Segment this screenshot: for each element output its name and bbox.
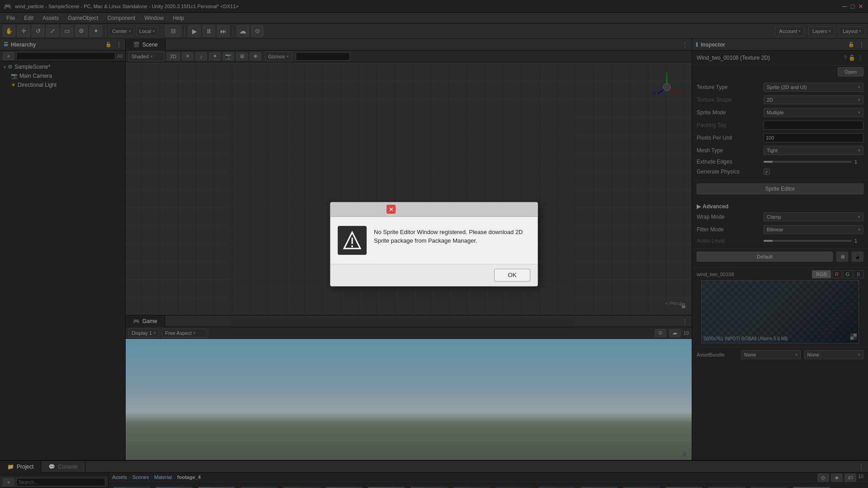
modal-body: No Sprite Editor Window registered. Plea… xyxy=(330,217,538,264)
modal-ok-button[interactable]: OK xyxy=(494,269,530,282)
modal-overlay: Sprite Editor Window ✕ No Sprite Editor … xyxy=(0,0,868,488)
modal-title-bar: Sprite Editor Window ✕ xyxy=(330,202,538,217)
svg-point-15 xyxy=(351,245,353,247)
sprite-editor-dialog: Sprite Editor Window ✕ No Sprite Editor … xyxy=(330,202,538,286)
modal-icon xyxy=(338,226,367,255)
modal-footer: OK xyxy=(330,264,538,286)
modal-title: Sprite Editor Window xyxy=(336,206,387,212)
modal-message: No Sprite Editor Window registered. Plea… xyxy=(374,226,530,245)
modal-close-button[interactable]: ✕ xyxy=(387,205,396,214)
